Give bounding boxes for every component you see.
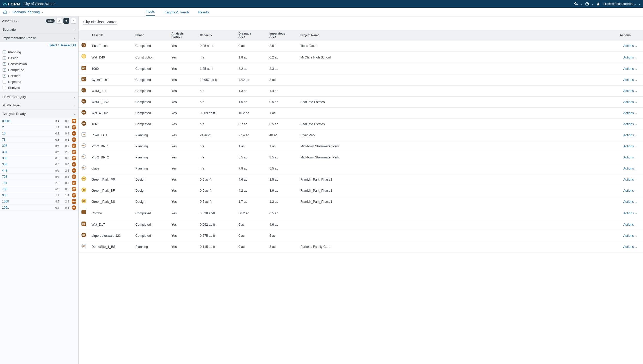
col-analysis-ready[interactable]: Analysis Ready↓: [169, 30, 197, 40]
col-drainage[interactable]: Drainage Area: [236, 30, 267, 40]
checkbox-icon[interactable]: [3, 62, 6, 66]
gear-icon[interactable]: [574, 2, 578, 6]
help-icon[interactable]: [585, 2, 589, 6]
phase-check[interactable]: Rejected: [2, 79, 76, 85]
actions-menu[interactable]: Actions⌄: [623, 89, 637, 93]
table-row[interactable]: BS airport-bioswale-123 Completed Yes 0.…: [79, 230, 643, 241]
phase-check[interactable]: Shelved: [2, 85, 76, 91]
table-row[interactable]: PP Green_Park_PP Design Yes 0.5 ac-ft 4.…: [79, 174, 643, 185]
actions-menu[interactable]: Actions⌄: [623, 178, 637, 181]
table-row[interactable]: BR Proj2_BR_2 Planning Yes n/a 5.5 ac 3.…: [79, 152, 643, 163]
actions-menu[interactable]: Actions⌄: [623, 245, 637, 249]
asset-id-link[interactable]: 703: [2, 175, 50, 179]
breadcrumb-current[interactable]: Scenario Planning ⌄: [12, 10, 43, 14]
actions-menu[interactable]: Actions⌄: [623, 56, 637, 59]
table-scroll[interactable]: Asset ID Phase Analysis Ready↓ Capacity …: [79, 30, 643, 364]
filter-label[interactable]: Asset ID ⌄: [2, 19, 18, 23]
actions-menu[interactable]: Actions⌄: [623, 234, 637, 238]
checkbox-icon[interactable]: [3, 68, 6, 72]
chevron-down-icon[interactable]: ⌄: [580, 2, 583, 6]
user-icon[interactable]: [596, 2, 600, 6]
asset-list-row[interactable]: 73 0.3 0.1 ST: [0, 137, 78, 143]
phase-check[interactable]: Design: [2, 55, 76, 61]
table-row[interactable]: IB River_IB_1 Planning Yes 24 ac-ft 27.4…: [79, 130, 643, 141]
actions-menu[interactable]: Actions⌄: [623, 44, 637, 48]
table-row[interactable]: FD Wat3_001 Completed Yes n/a 1.3 ac 1.4…: [79, 86, 643, 97]
asset-id-link[interactable]: 356: [2, 163, 50, 166]
col-asset[interactable]: Asset ID: [89, 30, 133, 40]
filter-icon[interactable]: [63, 18, 69, 24]
checkbox-icon[interactable]: [3, 56, 6, 60]
actions-menu[interactable]: Actions⌄: [623, 167, 637, 170]
phase-check[interactable]: Construction: [2, 61, 76, 67]
col-phase[interactable]: Phase: [133, 30, 169, 40]
asset-id-link[interactable]: 73: [2, 138, 50, 141]
tab-insights[interactable]: Insights & Trends: [163, 10, 189, 16]
col-actions[interactable]: Actions: [617, 30, 643, 40]
asset-id-link[interactable]: 448: [2, 169, 50, 172]
phase-check[interactable]: Certified: [2, 73, 76, 79]
actions-menu[interactable]: Actions⌄: [623, 78, 637, 82]
actions-menu[interactable]: Actions⌄: [623, 200, 637, 204]
chevron-down-icon[interactable]: ⌄: [638, 2, 640, 6]
table-row[interactable]: Combo Completed Yes 0.028 ac-ft 86.2 ac …: [79, 207, 643, 219]
asset-list-row[interactable]: 704 2.3 0.3 ST: [0, 180, 78, 186]
asset-id-link[interactable]: 935: [2, 193, 50, 197]
checkbox-icon[interactable]: [3, 74, 6, 78]
phase-check[interactable]: Completed: [2, 67, 76, 73]
actions-menu[interactable]: Actions⌄: [623, 122, 637, 126]
asset-list-row[interactable]: 2 1.1 0.4 ST: [0, 124, 78, 130]
tab-results[interactable]: Results: [198, 10, 209, 16]
checkbox-icon[interactable]: [3, 86, 6, 89]
table-row[interactable]: BI Green_Park_BF Design Yes 0.6 ac-ft 4.…: [79, 185, 643, 196]
checkbox-icon[interactable]: [3, 50, 6, 54]
actions-menu[interactable]: Actions⌄: [623, 100, 637, 104]
accordion-header-analysis-ready[interactable]: Analysis Ready ⌄: [0, 109, 78, 118]
asset-list-row[interactable]: 1061 0.7 0.5 BS: [0, 205, 78, 211]
table-row[interactable]: BI TicosTacos Completed Yes 0.25 ac-ft 0…: [79, 40, 643, 52]
asset-id-link[interactable]: 331: [2, 150, 50, 154]
table-row[interactable]: BS 1061 Completed Yes n/a 0.7 ac 0.5 ac …: [79, 119, 643, 130]
checkbox-icon[interactable]: [3, 80, 6, 83]
asset-list-row[interactable]: 331 n/a 2.5 ST: [0, 149, 78, 155]
actions-menu[interactable]: Actions⌄: [623, 67, 637, 71]
table-row[interactable]: BR glave Planning Yes n/a 7.8 ac 5.5 ac …: [79, 163, 643, 174]
accordion-header-sbmp-category[interactable]: sBMP Category ⌄: [0, 92, 78, 101]
asset-list-row[interactable]: 703 n/a 0.5 ST: [0, 174, 78, 180]
accordion-header-phase[interactable]: Implementation Phase ⌄: [0, 34, 78, 42]
accordion-header-scenario[interactable]: Scenario ⌄: [0, 25, 78, 33]
user-email[interactable]: nicole@2ndnaturewat...: [604, 2, 636, 6]
asset-id-link[interactable]: 1060: [2, 200, 50, 203]
table-row[interactable]: Wat_D40 Construction Yes n/a 1.8 ac 0.2 …: [79, 52, 643, 63]
asset-list-row[interactable]: 1060 8.2 2.3 RB: [0, 198, 78, 205]
col-project[interactable]: Project Name: [298, 30, 617, 40]
asset-list-row[interactable]: 356 0.4 0.0 ST: [0, 161, 78, 167]
table-row[interactable]: DB Wat_D17 Completed Yes 0.092 ac-ft 5 a…: [79, 219, 643, 230]
table-row[interactable]: DB CyberTech1 Completed Yes 22.957 ac-ft…: [79, 74, 643, 86]
table-row[interactable]: BS Green_Park_BS Design Yes 0.5 ac-ft 1.…: [79, 196, 643, 207]
asset-id-link[interactable]: 307: [2, 144, 50, 148]
actions-menu[interactable]: Actions⌄: [623, 133, 637, 137]
asset-list-row[interactable]: 448 n/a 2.5 ST: [0, 167, 78, 174]
col-impervious[interactable]: Impervious Area: [267, 30, 298, 40]
asset-id-link[interactable]: 15: [2, 132, 50, 135]
actions-menu[interactable]: Actions⌄: [623, 223, 637, 226]
asset-list-row[interactable]: 15 0.9 0.9 ST: [0, 130, 78, 137]
asset-id-link[interactable]: 00001: [2, 119, 50, 123]
asset-id-link[interactable]: 1061: [2, 206, 50, 209]
accordion-header-sbmp-type[interactable]: sBMP Type ⌄: [0, 101, 78, 109]
asset-id-link[interactable]: 336: [2, 156, 50, 160]
actions-menu[interactable]: Actions⌄: [623, 145, 637, 148]
tab-inputs[interactable]: Inputs: [146, 10, 155, 16]
asset-list[interactable]: 00001 3.4 0.3 BF2 1.1 0.4 ST15 0.9 0.9 S…: [0, 118, 78, 364]
actions-menu[interactable]: Actions⌄: [623, 156, 637, 159]
col-capacity[interactable]: Capacity: [197, 30, 236, 40]
asset-id-link[interactable]: 704: [2, 181, 50, 185]
asset-list-row[interactable]: 307 n/a 0.0 ST: [0, 143, 78, 149]
asset-id-link[interactable]: 738: [2, 187, 50, 191]
chevron-down-icon[interactable]: ⌄: [591, 2, 594, 6]
asset-id-link[interactable]: 2: [2, 125, 50, 129]
actions-menu[interactable]: Actions⌄: [623, 211, 637, 215]
table-row[interactable]: BS DemoSite_1_BS Planning Yes 0.115 ac-f…: [79, 241, 643, 252]
download-icon[interactable]: [71, 18, 76, 24]
